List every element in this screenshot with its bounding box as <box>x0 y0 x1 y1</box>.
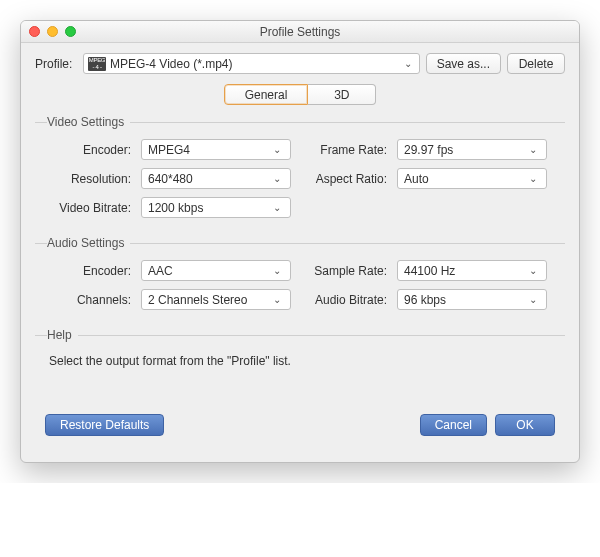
video-legend: Video Settings <box>47 115 130 129</box>
footer: Restore Defaults Cancel OK <box>35 406 565 448</box>
aspect-ratio-select[interactable]: Auto ⌄ <box>397 168 547 189</box>
profile-label: Profile: <box>35 57 77 71</box>
chevron-down-icon: ⌄ <box>526 144 540 155</box>
window-title: Profile Settings <box>21 25 579 39</box>
frame-rate-select[interactable]: 29.97 fps ⌄ <box>397 139 547 160</box>
help-text: Select the output format from the "Profi… <box>35 350 565 398</box>
audio-settings-group: Audio Settings Encoder: AAC ⌄ Sample Rat… <box>35 236 565 320</box>
profile-row: Profile: MPEG - 4 - MPEG-4 Video (*.mp4)… <box>35 53 565 74</box>
titlebar: Profile Settings <box>21 21 579 43</box>
chevron-down-icon: ⌄ <box>526 265 540 276</box>
restore-defaults-button[interactable]: Restore Defaults <box>45 414 164 436</box>
resolution-select[interactable]: 640*480 ⌄ <box>141 168 291 189</box>
sample-rate-label: Sample Rate: <box>299 264 389 278</box>
content: Profile: MPEG - 4 - MPEG-4 Video (*.mp4)… <box>21 43 579 462</box>
ok-button[interactable]: OK <box>495 414 555 436</box>
chevron-down-icon: ⌄ <box>270 202 284 213</box>
video-bitrate-select[interactable]: 1200 kbps ⌄ <box>141 197 291 218</box>
video-settings-group: Video Settings Encoder: MPEG4 ⌄ Frame Ra… <box>35 115 565 228</box>
minimize-icon[interactable] <box>47 26 58 37</box>
delete-button[interactable]: Delete <box>507 53 565 74</box>
close-icon[interactable] <box>29 26 40 37</box>
help-legend: Help <box>47 328 78 342</box>
mpeg4-icon: MPEG - 4 - <box>88 57 106 71</box>
audio-bitrate-select[interactable]: 96 kbps ⌄ <box>397 289 547 310</box>
chevron-down-icon: ⌄ <box>401 58 415 69</box>
profile-select[interactable]: MPEG - 4 - MPEG-4 Video (*.mp4) ⌄ <box>83 53 420 74</box>
tab-bar: General 3D <box>224 84 377 105</box>
video-encoder-label: Encoder: <box>43 143 133 157</box>
zoom-icon[interactable] <box>65 26 76 37</box>
video-bitrate-label: Video Bitrate: <box>43 201 133 215</box>
save-as-button[interactable]: Save as... <box>426 53 501 74</box>
audio-legend: Audio Settings <box>47 236 130 250</box>
chevron-down-icon: ⌄ <box>526 173 540 184</box>
tab-general[interactable]: General <box>224 84 309 105</box>
resolution-label: Resolution: <box>43 172 133 186</box>
chevron-down-icon: ⌄ <box>270 173 284 184</box>
aspect-ratio-label: Aspect Ratio: <box>299 172 389 186</box>
chevron-down-icon: ⌄ <box>526 294 540 305</box>
audio-encoder-label: Encoder: <box>43 264 133 278</box>
video-encoder-select[interactable]: MPEG4 ⌄ <box>141 139 291 160</box>
profile-value: MPEG-4 Video (*.mp4) <box>110 57 397 71</box>
audio-encoder-select[interactable]: AAC ⌄ <box>141 260 291 281</box>
window: Profile Settings Profile: MPEG - 4 - MPE… <box>20 20 580 463</box>
traffic-lights <box>29 26 76 37</box>
chevron-down-icon: ⌄ <box>270 144 284 155</box>
chevron-down-icon: ⌄ <box>270 294 284 305</box>
audio-bitrate-label: Audio Bitrate: <box>299 293 389 307</box>
cancel-button[interactable]: Cancel <box>420 414 487 436</box>
tab-3d[interactable]: 3D <box>308 84 376 105</box>
frame-rate-label: Frame Rate: <box>299 143 389 157</box>
chevron-down-icon: ⌄ <box>270 265 284 276</box>
help-group: Help Select the output format from the "… <box>35 328 565 402</box>
channels-label: Channels: <box>43 293 133 307</box>
sample-rate-select[interactable]: 44100 Hz ⌄ <box>397 260 547 281</box>
channels-select[interactable]: 2 Channels Stereo ⌄ <box>141 289 291 310</box>
